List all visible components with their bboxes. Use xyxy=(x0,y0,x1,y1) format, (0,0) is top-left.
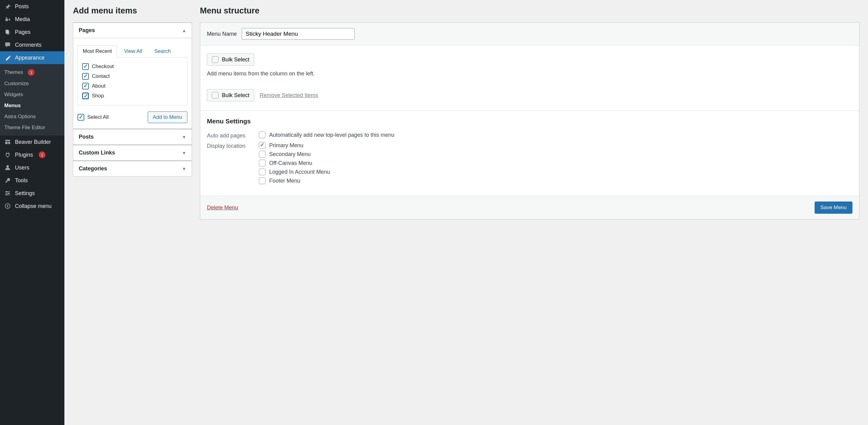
page-item-contact[interactable]: Contact xyxy=(82,71,183,81)
caret-up-icon: ▲ xyxy=(182,28,186,33)
page-checkbox[interactable] xyxy=(82,63,89,70)
tab-most-recent[interactable]: Most Recent xyxy=(78,45,117,57)
auto-add-checkbox[interactable] xyxy=(259,131,266,138)
bulk-select-bottom-button[interactable]: Bulk Select xyxy=(207,89,254,101)
sidebar-item-settings[interactable]: Settings xyxy=(0,187,64,200)
bulk-select-checkbox[interactable] xyxy=(212,92,219,99)
sidebar-sub-widgets[interactable]: Widgets xyxy=(0,89,64,100)
page-label: Shop xyxy=(92,93,104,99)
beaver-icon xyxy=(4,139,11,145)
page-checkbox[interactable] xyxy=(82,92,89,99)
svg-rect-10 xyxy=(5,194,10,195)
page-item-checkout[interactable]: Checkout xyxy=(82,62,183,71)
plugins-icon xyxy=(4,151,11,158)
categories-accordion-label: Categories xyxy=(79,165,107,172)
appearance-icon xyxy=(4,54,11,61)
add-to-menu-button[interactable]: Add to Menu xyxy=(148,112,187,123)
page-item-about[interactable]: About xyxy=(82,81,183,91)
select-all-checkbox[interactable] xyxy=(78,114,84,121)
sidebar-item-tools[interactable]: Tools xyxy=(0,174,64,187)
svg-rect-4 xyxy=(5,140,10,141)
add-menu-items-column: Add menu items Pages ▲ Most Recent View … xyxy=(73,6,192,177)
sidebar-item-plugins[interactable]: Plugins 1 xyxy=(0,148,64,161)
sidebar-sub-themes[interactable]: Themes 1 xyxy=(0,66,64,78)
pages-metabox: Pages ▲ Most Recent View All Search xyxy=(73,22,192,129)
sidebar-label: Settings xyxy=(15,190,35,196)
sidebar-item-appearance[interactable]: Appearance xyxy=(0,51,64,64)
delete-menu-link[interactable]: Delete Menu xyxy=(207,205,238,211)
caret-down-icon: ▼ xyxy=(182,134,186,140)
custom-links-accordion-label: Custom Links xyxy=(79,150,115,156)
posts-accordion-toggle[interactable]: Posts ▼ xyxy=(73,129,192,144)
tab-view-all[interactable]: View All xyxy=(119,45,147,57)
location-footer[interactable]: Footer Menu xyxy=(259,177,330,184)
pages-accordion-label: Pages xyxy=(79,27,95,34)
pages-checklist: Checkout Contact About xyxy=(78,57,187,105)
location-checkbox[interactable] xyxy=(259,177,266,184)
location-offcanvas[interactable]: Off-Canvas Menu xyxy=(259,160,330,166)
sidebar-label: Pages xyxy=(15,29,31,35)
svg-point-7 xyxy=(6,165,9,168)
update-badge: 1 xyxy=(28,69,34,76)
users-icon xyxy=(4,164,11,171)
location-secondary[interactable]: Secondary Menu xyxy=(259,151,330,157)
sidebar-item-posts[interactable]: Posts xyxy=(0,0,64,13)
bulk-select-label: Bulk Select xyxy=(222,92,249,99)
panel-footer: Delete Menu Save Menu xyxy=(200,196,859,219)
sidebar-sub-label: Themes xyxy=(4,69,23,75)
pages-accordion-toggle[interactable]: Pages ▲ xyxy=(73,23,192,38)
bulk-select-label: Bulk Select xyxy=(222,57,249,63)
location-checkbox[interactable] xyxy=(259,142,266,149)
sidebar-item-pages[interactable]: Pages xyxy=(0,26,64,38)
page-item-shop[interactable]: Shop xyxy=(82,91,183,101)
svg-point-11 xyxy=(6,191,7,192)
caret-down-icon: ▼ xyxy=(182,166,186,171)
location-primary[interactable]: Primary Menu xyxy=(259,142,330,149)
sidebar-item-beaver[interactable]: Beaver Builder xyxy=(0,135,64,148)
sidebar-item-collapse[interactable]: Collapse menu xyxy=(0,200,64,212)
menu-name-label: Menu Name xyxy=(207,31,237,37)
sidebar-sub-label: Widgets xyxy=(4,92,23,98)
sidebar-sub-astra[interactable]: Astra Options xyxy=(0,111,64,122)
page-label: About xyxy=(92,83,105,89)
categories-accordion-toggle[interactable]: Categories ▼ xyxy=(73,161,192,176)
sidebar-item-users[interactable]: Users xyxy=(0,161,64,174)
sidebar-label: Tools xyxy=(15,177,28,184)
page-checkbox[interactable] xyxy=(82,73,89,80)
sidebar-sub-menus[interactable]: Menus xyxy=(0,100,64,111)
media-icon xyxy=(4,16,11,23)
categories-metabox: Categories ▼ xyxy=(73,160,192,177)
bulk-select-top-button[interactable]: Bulk Select xyxy=(207,54,254,66)
save-menu-button[interactable]: Save Menu xyxy=(814,202,852,214)
sidebar-sub-themeeditor[interactable]: Theme File Editor xyxy=(0,122,64,133)
posts-metabox: Posts ▼ xyxy=(73,129,192,145)
sidebar-sub-label: Customize xyxy=(4,81,29,87)
svg-rect-9 xyxy=(5,193,10,193)
menu-name-input[interactable] xyxy=(242,28,355,40)
comments-icon xyxy=(4,41,11,48)
location-checkbox[interactable] xyxy=(259,151,266,157)
location-checkbox[interactable] xyxy=(259,160,266,166)
auto-add-option[interactable]: Automatically add new top-level pages to… xyxy=(259,131,394,138)
page-checkbox[interactable] xyxy=(82,83,89,89)
sidebar-label: Appearance xyxy=(15,55,44,61)
bulk-select-checkbox[interactable] xyxy=(212,56,219,63)
sidebar-item-comments[interactable]: Comments xyxy=(0,38,64,51)
sidebar-item-media[interactable]: Media xyxy=(0,13,64,26)
sidebar-label: Plugins xyxy=(15,152,33,158)
tab-search[interactable]: Search xyxy=(149,45,176,57)
sidebar-sub-customize[interactable]: Customize xyxy=(0,78,64,89)
location-account[interactable]: Logged In Account Menu xyxy=(259,169,330,175)
svg-point-12 xyxy=(8,193,9,194)
location-checkbox[interactable] xyxy=(259,169,266,175)
main-content: Add menu items Pages ▲ Most Recent View … xyxy=(64,0,868,225)
menu-settings-section: Menu Settings Auto add pages Automatical… xyxy=(200,111,859,196)
svg-point-14 xyxy=(5,204,10,209)
custom-links-accordion-toggle[interactable]: Custom Links ▼ xyxy=(73,145,192,160)
posts-accordion-label: Posts xyxy=(79,134,94,140)
sidebar-label: Comments xyxy=(15,42,41,48)
sidebar-label: Collapse menu xyxy=(15,203,52,209)
structure-hint: Add menu items from the column on the le… xyxy=(207,70,852,77)
select-all-row[interactable]: Select All xyxy=(78,114,108,121)
menu-structure-panel: Menu Name Bulk Select Add menu items fro… xyxy=(200,22,860,219)
